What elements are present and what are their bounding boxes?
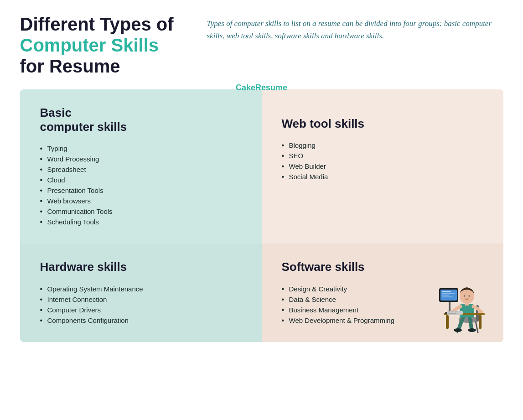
svg-rect-24 bbox=[448, 311, 451, 312]
list-item: Web Builder bbox=[282, 161, 485, 171]
hardware-skills-cell: Hardware skills Operating System Mainten… bbox=[20, 244, 262, 342]
header: Different Types of Computer Skills for R… bbox=[20, 14, 503, 77]
list-item: Spreadsheet bbox=[40, 164, 243, 175]
skills-grid: Basiccomputer skills Typing Word Process… bbox=[20, 89, 503, 342]
web-skills-cell: Web tool skills Blogging SEO Web Builder… bbox=[262, 89, 503, 244]
web-skills-list: Blogging SEO Web Builder Social Media bbox=[282, 140, 485, 182]
svg-rect-19 bbox=[442, 291, 451, 292]
svg-line-1 bbox=[476, 321, 478, 332]
svg-rect-11 bbox=[465, 303, 469, 306]
svg-point-10 bbox=[468, 295, 470, 296]
title-line2: Computer Skills bbox=[20, 35, 189, 56]
subtitle-block: Types of computer skills to list on a re… bbox=[207, 14, 503, 42]
hardware-skills-list: Operating System Maintenance Internet Co… bbox=[40, 284, 243, 326]
software-skills-cell: Software skills Design & Creativity Data… bbox=[262, 244, 503, 342]
subtitle-text: Types of computer skills to list on a re… bbox=[207, 17, 503, 42]
watermark: CakeResume bbox=[236, 83, 287, 93]
svg-rect-22 bbox=[442, 296, 453, 297]
list-item: Blogging bbox=[282, 140, 485, 150]
svg-rect-14 bbox=[479, 315, 482, 329]
list-item: Operating System Maintenance bbox=[40, 284, 243, 294]
list-item: Cloud bbox=[40, 175, 243, 185]
svg-rect-15 bbox=[449, 300, 451, 313]
list-item: Typing bbox=[40, 143, 243, 154]
title-line1: Different Types of bbox=[20, 14, 189, 35]
list-item: Web browsers bbox=[40, 196, 243, 206]
svg-point-5 bbox=[454, 328, 462, 332]
svg-point-8 bbox=[460, 289, 474, 304]
list-item: Communication Tools bbox=[40, 206, 243, 217]
title-block: Different Types of Computer Skills for R… bbox=[20, 14, 189, 77]
list-item: Social Media bbox=[282, 171, 485, 182]
basic-skills-cell: Basiccomputer skills Typing Word Process… bbox=[20, 89, 262, 244]
title-line3: for Resume bbox=[20, 56, 189, 77]
svg-point-6 bbox=[468, 328, 476, 332]
list-item: Internet Connection bbox=[40, 294, 243, 305]
svg-rect-13 bbox=[446, 315, 449, 329]
list-item: Presentation Tools bbox=[40, 185, 243, 196]
svg-rect-25 bbox=[451, 311, 454, 312]
hardware-skills-title: Hardware skills bbox=[40, 260, 243, 274]
svg-rect-21 bbox=[442, 295, 449, 296]
svg-rect-26 bbox=[455, 311, 458, 312]
list-item: SEO bbox=[282, 150, 485, 161]
software-skills-title: Software skills bbox=[282, 260, 485, 274]
list-item: Word Processing bbox=[40, 154, 243, 164]
list-item: Components Configuration bbox=[40, 315, 243, 326]
basic-skills-title: Basiccomputer skills bbox=[40, 106, 243, 134]
svg-rect-27 bbox=[448, 313, 456, 314]
list-item: Computer Drivers bbox=[40, 305, 243, 315]
person-illustration bbox=[437, 280, 496, 335]
basic-skills-list: Typing Word Processing Spreadsheet Cloud… bbox=[40, 143, 243, 227]
list-item: Scheduling Tools bbox=[40, 217, 243, 227]
svg-rect-20 bbox=[442, 293, 455, 294]
web-skills-title: Web tool skills bbox=[282, 117, 485, 131]
svg-point-9 bbox=[464, 295, 465, 296]
